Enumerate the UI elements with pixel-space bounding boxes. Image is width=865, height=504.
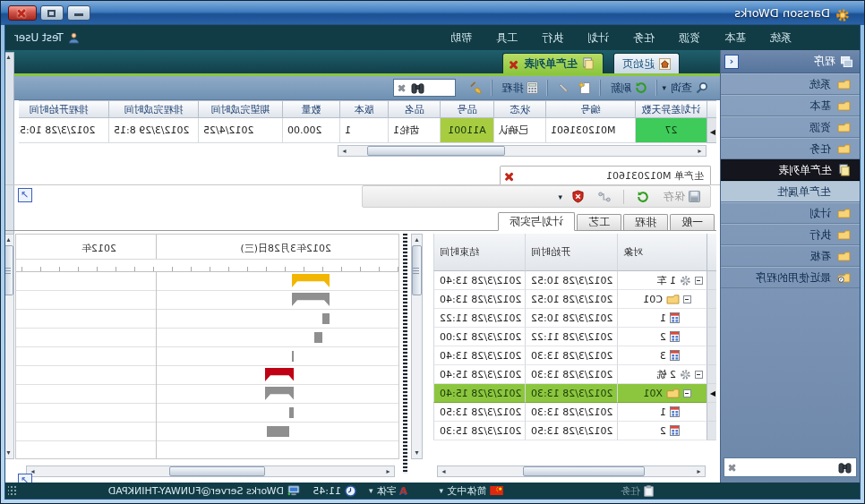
sidebar-item-7[interactable]: 执行	[721, 224, 860, 245]
status-item-0[interactable]: 任务	[621, 483, 654, 499]
security-button[interactable]	[568, 188, 588, 205]
sidebar-item-9[interactable]: 最近使用的程序	[721, 267, 860, 288]
detail-refresh-button[interactable]	[632, 189, 654, 205]
grid-cell-7[interactable]: 2012/4/25	[198, 118, 282, 143]
plan-row-1[interactable]: C01 2012/3/28 10:52 2012/3/28 13:40	[424, 290, 716, 309]
subtab-2[interactable]: 工艺	[577, 214, 621, 230]
detail-document-tab[interactable]: 生产单 M012031601	[500, 166, 711, 184]
sidebar-search-input[interactable]	[737, 461, 838, 474]
refresh-button[interactable]: 刷新	[605, 79, 652, 98]
binoculars-icon[interactable]	[838, 462, 852, 474]
plan-row-5[interactable]: 2 铣 2012/3/28 13:30 2012/3/28 15:40	[424, 365, 716, 384]
gantt-bar-0[interactable]	[292, 274, 330, 287]
status-item-2[interactable]: A 字体 ▾	[369, 483, 407, 499]
subtab-0[interactable]: 一般	[670, 214, 715, 230]
plan-row-3[interactable]: 2 2012/3/28 11:22 2012/3/28 12:00	[424, 328, 716, 346]
gantt-bar-4[interactable]	[292, 351, 295, 362]
grid-col-header-0[interactable]: 计划差异天数	[635, 101, 707, 118]
sidebar-item-2[interactable]: 资源	[721, 116, 860, 138]
grid-cell-9[interactable]: 2012/3/28 10:52	[19, 118, 108, 143]
binoculars-icon[interactable]	[411, 82, 424, 94]
grid-col-header-2[interactable]: 状态	[493, 101, 545, 118]
minimize-button[interactable]	[67, 5, 90, 21]
sidebar-item-1[interactable]: 基本	[721, 95, 860, 116]
schedule-button[interactable]: 排程	[497, 79, 543, 98]
edit-button[interactable]	[552, 80, 574, 96]
close-button[interactable]	[8, 5, 37, 21]
clean-button[interactable]	[465, 80, 487, 97]
user-chip[interactable]: Test User	[14, 25, 80, 50]
grid-col-header-5[interactable]: 版本	[339, 101, 388, 118]
grid-cell-5[interactable]: 1	[339, 118, 388, 143]
sidebar-item-8[interactable]: 看板	[721, 245, 860, 267]
close-detail-icon[interactable]	[507, 172, 515, 180]
menu-item-2[interactable]: 资源	[673, 28, 706, 48]
more-dropdown-icon[interactable]: ▾	[558, 192, 562, 201]
resize-grip[interactable]	[8, 485, 17, 496]
subtab-1[interactable]: 排程	[623, 214, 668, 230]
save-button[interactable]: 保存	[659, 187, 705, 206]
doc-tab-1[interactable]: 生产单列表	[502, 53, 604, 73]
new-button[interactable]	[574, 80, 595, 97]
dropdown-icon[interactable]: ▾	[369, 486, 373, 495]
grid-cell-0[interactable]: 27	[635, 118, 707, 143]
status-item-3[interactable]: 11:45	[313, 483, 356, 499]
expander-icon[interactable]	[683, 389, 691, 397]
gantt-fit-icon[interactable]: ↗	[18, 474, 32, 483]
sidebar-item-4[interactable]: 生产单列表	[721, 159, 860, 181]
grid-col-header-1[interactable]: 编号	[545, 101, 635, 118]
gantt-horizontal-scrollbar[interactable]: ◂▸	[26, 466, 395, 477]
grid-horizontal-scrollbar[interactable]: ◂ ▸	[338, 145, 707, 157]
sidebar-collapse-button[interactable]: ‹	[724, 55, 739, 69]
menu-item-3[interactable]: 任务	[628, 28, 660, 48]
grid-cell-2[interactable]: 已确认	[493, 118, 545, 143]
toolbar-search[interactable]	[393, 79, 456, 97]
gantt-bar-1[interactable]	[292, 293, 330, 306]
grid-cell-8[interactable]: 2012/3/29 8:15	[108, 118, 198, 143]
grid-cell-3[interactable]: A11001	[440, 118, 493, 143]
grid-col-header-6[interactable]: 数量	[282, 101, 339, 118]
expander-icon[interactable]	[695, 371, 703, 379]
query-dropdown-icon[interactable]: ▾	[662, 83, 666, 92]
menu-item-0[interactable]: 系统	[765, 28, 797, 48]
grid-col-header-4[interactable]: 品名	[388, 101, 440, 118]
menu-item-5[interactable]: 执行	[536, 28, 569, 48]
plan-row-6[interactable]: ▶ X01 2012/3/28 13:30 2012/3/28 15:40	[424, 384, 716, 403]
gantt-bar-5[interactable]	[265, 368, 295, 381]
scroll-right-icon[interactable]: ▸	[338, 147, 350, 155]
sidebar-item-3[interactable]: 任务	[721, 138, 860, 159]
grid-col-header-3[interactable]: 品号	[440, 101, 493, 118]
workflow-button[interactable]	[594, 189, 615, 204]
plan-row-0[interactable]: 1 车 2012/3/28 10:52 2012/3/28 13:40	[424, 271, 716, 290]
gantt-vertical-scrollbar[interactable]: ▴▾	[5, 234, 14, 459]
sidebar-item-5[interactable]: 生产单属性	[721, 181, 860, 202]
menu-item-6[interactable]: 工具	[491, 28, 523, 48]
gantt-bar-3[interactable]	[314, 332, 323, 343]
expander-icon[interactable]	[695, 277, 703, 285]
menu-item-7[interactable]: 帮助	[445, 28, 477, 48]
expander-icon[interactable]	[683, 295, 691, 303]
subtab-3[interactable]: 计划与实际	[498, 212, 575, 231]
plan-table-horizontal-scrollbar[interactable]: ◂▸	[437, 466, 706, 477]
maximize-button[interactable]	[40, 5, 64, 21]
clear-search-icon[interactable]	[729, 464, 737, 472]
grid-col-header-8[interactable]: 排程完成时间	[108, 101, 198, 118]
grid-cell-4[interactable]: 齿轮1	[388, 118, 440, 143]
grid-col-header-9[interactable]: 排程开始时间	[19, 101, 108, 118]
plan-table-vertical-scrollbar[interactable]: ▴▾	[411, 234, 423, 459]
grid-col-header-7[interactable]: 期望完成时间	[198, 101, 282, 118]
sidebar-item-0[interactable]: 系统	[721, 73, 860, 95]
plan-row-4[interactable]: 3 2012/3/28 13:30 2012/3/28 13:40	[424, 346, 716, 365]
close-tab-icon[interactable]	[511, 60, 519, 68]
query-button[interactable]: 查询	[666, 79, 713, 98]
status-item-4[interactable]: DWorks Server@FUNWAY-THINKPAD	[108, 483, 300, 499]
gantt-bar-7[interactable]	[290, 407, 295, 418]
gantt-bar-2[interactable]	[323, 313, 330, 324]
float-panel-icon[interactable]: ↗	[18, 188, 32, 202]
gantt-bar-6[interactable]	[265, 387, 295, 400]
status-item-1[interactable]: 简体中文 ▾	[439, 483, 503, 499]
doc-tab-0[interactable]: 起始页	[613, 53, 680, 73]
splitter[interactable]	[403, 234, 407, 474]
clear-icon[interactable]	[398, 84, 406, 92]
scroll-left-icon[interactable]: ◂	[694, 147, 706, 155]
